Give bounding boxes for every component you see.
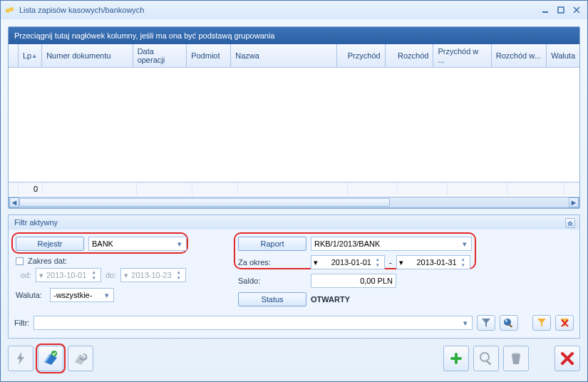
- collapse-filter-icon[interactable]: [565, 218, 575, 228]
- close-window-button[interactable]: [555, 346, 580, 371]
- svg-rect-15: [486, 361, 491, 365]
- scroll-left-icon[interactable]: ◄: [9, 197, 19, 207]
- rejestr-button[interactable]: Rejestr: [16, 237, 84, 251]
- rejestr-value: BANK: [92, 239, 113, 248]
- date-do-field: ▾ 2013-10-23 ▴▾: [120, 268, 186, 282]
- raport-combo[interactable]: RKB/1/2013/BANK ▾: [311, 237, 472, 251]
- minimize-button[interactable]: [539, 5, 552, 15]
- col-rozchod-w[interactable]: Rozchód w...: [492, 44, 547, 67]
- footer-lp: 0: [19, 182, 43, 195]
- chevron-down-icon: ▾: [460, 318, 470, 328]
- waluta-value: -wszystkie-: [53, 291, 92, 299]
- zakres-dat-checkbox[interactable]: [16, 257, 24, 265]
- add-button[interactable]: [443, 346, 469, 371]
- okres-sep: -: [389, 258, 392, 267]
- chevron-down-icon: ▾: [102, 290, 112, 300]
- titlebar: Lista zapisów kasowych/bankowych: [1, 1, 587, 19]
- group-by-hint[interactable]: Przeciągnij tutaj nagłówek kolumny, jeśl…: [9, 27, 579, 44]
- col-przychod[interactable]: Przychód: [337, 44, 386, 67]
- col-data[interactable]: Data operacji: [133, 44, 187, 67]
- filter-builder-button[interactable]: [532, 315, 551, 331]
- okres-od-field[interactable]: ▾ 2013-01-01 ▴▾: [311, 255, 385, 269]
- horizontal-scrollbar[interactable]: ◄ ►: [9, 197, 579, 208]
- filter-find-button[interactable]: [500, 315, 518, 331]
- waluta-label: Waluta:: [16, 291, 46, 299]
- col-rozchod[interactable]: Rozchód: [386, 44, 434, 67]
- svg-point-7: [505, 319, 507, 322]
- app-icon: [5, 5, 15, 15]
- lookup-button[interactable]: [473, 346, 499, 371]
- saldo-value: 0,00 PLN: [360, 277, 393, 285]
- clear-filter-button[interactable]: [555, 315, 574, 331]
- zakres-dat-label: Zakres dat:: [28, 257, 67, 265]
- app-window: Lista zapisów kasowych/bankowych Przecią…: [0, 0, 588, 382]
- bottom-toolbar: [8, 346, 580, 371]
- scroll-right-icon[interactable]: ►: [569, 197, 579, 207]
- status-value: OTWARTY: [311, 295, 350, 304]
- chevron-down-icon: ▾: [460, 239, 470, 249]
- filter-title: Filtr aktywny: [14, 218, 58, 227]
- do-label: do:: [105, 271, 116, 279]
- svg-point-1: [9, 7, 14, 11]
- close-button[interactable]: [570, 5, 583, 15]
- rejestr-combo[interactable]: BANK ▾: [88, 237, 187, 251]
- date-do-value: 2013-10-23: [131, 271, 171, 279]
- za-okres-label: Za okres:: [238, 258, 306, 267]
- svg-rect-2: [542, 11, 548, 13]
- okres-do-field[interactable]: ▾ 2013-01-31 ▴▾: [396, 255, 470, 269]
- col-przychod-w[interactable]: Przychód w ...: [433, 44, 491, 67]
- svg-point-14: [480, 353, 489, 361]
- col-waluta[interactable]: Waluta: [547, 44, 579, 67]
- od-label: od:: [16, 271, 31, 279]
- undo-book-button[interactable]: [68, 346, 93, 371]
- raport-value: RKB/1/2013/BANK: [314, 239, 380, 248]
- date-od-value: 2013-10-01: [46, 271, 86, 279]
- col-selector[interactable]: [9, 44, 19, 67]
- filter-section: Filtr aktywny Rejestr BANK ▾: [8, 215, 580, 339]
- grid-body[interactable]: [9, 68, 579, 182]
- status-button[interactable]: Status: [238, 292, 306, 306]
- saldo-field: 0,00 PLN: [311, 274, 396, 288]
- saldo-label: Saldo:: [238, 277, 306, 285]
- filter-expression-combo[interactable]: ▾: [33, 316, 473, 330]
- filter-body: Rejestr BANK ▾ Zakres dat: od: ▾: [8, 229, 580, 339]
- okres-od-value: 2013-01-01: [331, 258, 371, 267]
- date-od-field: ▾ 2013-10-01 ▴▾: [36, 268, 101, 282]
- svg-rect-8: [509, 324, 512, 328]
- apply-filter-button[interactable]: [477, 315, 495, 331]
- scroll-thumb[interactable]: [19, 198, 390, 207]
- bolt-button[interactable]: [8, 346, 33, 371]
- filter-title-bar: Filtr aktywny: [8, 215, 580, 229]
- client-area: Przeciągnij tutaj nagłówek kolumny, jeśl…: [1, 19, 587, 381]
- grid-panel: Przeciągnij tutaj nagłówek kolumny, jeśl…: [8, 26, 580, 209]
- grid-header: Lp ▲ Numer dokumentu Data operacji Podmi…: [9, 44, 579, 68]
- sort-asc-icon: ▲: [31, 53, 37, 59]
- col-lp[interactable]: Lp ▲: [19, 44, 42, 67]
- col-nazwa[interactable]: Nazwa: [231, 44, 337, 67]
- filtr-label: Filtr:: [14, 319, 29, 327]
- svg-rect-3: [558, 7, 564, 13]
- svg-rect-13: [450, 357, 462, 360]
- col-lp-label: Lp: [23, 51, 31, 60]
- col-podmiot[interactable]: Podmiot: [187, 44, 231, 67]
- filter-expression-row: Filtr: ▾: [14, 315, 574, 331]
- window-title: Lista zapisów kasowych/bankowych: [19, 6, 144, 14]
- col-numer[interactable]: Numer dokumentu: [42, 44, 133, 67]
- raport-button[interactable]: Raport: [238, 237, 306, 251]
- maximize-button[interactable]: [555, 5, 567, 15]
- okres-do-value: 2013-01-31: [416, 258, 456, 267]
- book-button[interactable]: [38, 346, 63, 371]
- waluta-combo[interactable]: -wszystkie- ▾: [50, 288, 114, 302]
- grid-footer: 0: [9, 182, 579, 195]
- chevron-down-icon: ▾: [175, 239, 185, 249]
- trash-button[interactable]: [503, 346, 529, 371]
- svg-point-11: [51, 351, 57, 356]
